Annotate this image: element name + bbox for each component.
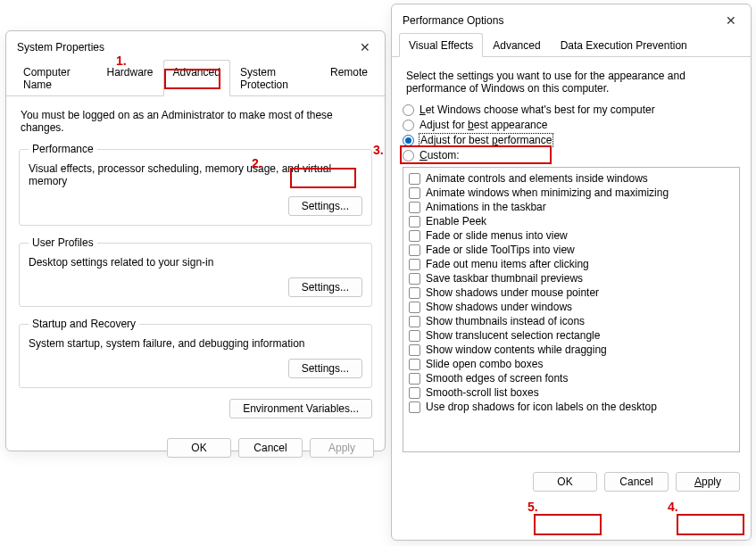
close-icon[interactable]: ✕ [354,38,376,56]
tab-dep[interactable]: Data Execution Prevention [551,33,697,56]
checkbox-icon [409,359,420,370]
cancel-button[interactable]: Cancel [238,438,303,458]
list-item[interactable]: Use drop shadows for icon labels on the … [409,400,734,414]
tab-advanced[interactable]: Advanced [163,60,230,96]
system-properties-window: System Properties ✕ Computer Name Hardwa… [5,30,386,451]
list-item[interactable]: Animations in the taskbar [409,200,734,214]
titlebar: System Properties ✕ [6,31,385,60]
radio-best-appearance[interactable]: Adjust for best appearance [403,119,740,131]
environment-variables-button[interactable]: Environment Variables... [229,399,372,418]
list-item[interactable]: Fade out menu items after clicking [409,257,734,271]
checkbox-icon [409,173,420,185]
item-label: Show shadows under windows [426,301,572,313]
tab-hardware[interactable]: Hardware [96,60,162,95]
item-label: Use drop shadows for icon labels on the … [426,401,657,413]
effects-listbox[interactable]: Animate controls and elements inside win… [403,167,740,452]
list-item[interactable]: Animate controls and elements inside win… [409,171,734,186]
item-label: Show translucent selection rectangle [426,329,600,342]
apply-button[interactable]: Apply [310,438,374,458]
checkbox-icon [409,202,420,213]
list-item[interactable]: Smooth edges of screen fonts [409,371,734,385]
checkbox-icon [409,244,420,256]
radio-custom[interactable]: Custom: [403,149,740,161]
checkbox-icon [409,373,420,385]
item-label: Fade or slide ToolTips into view [426,244,575,256]
checkbox-icon [409,344,420,356]
close-icon[interactable]: ✕ [720,12,742,29]
item-label: Fade out menu items after clicking [426,258,589,270]
performance-legend: Performance [29,143,97,155]
checkbox-icon [409,387,420,399]
item-label: Smooth-scroll list boxes [426,386,539,399]
startup-recovery-settings-button[interactable]: Settings... [288,359,362,378]
checkbox-icon [409,330,420,342]
item-label: Show window contents while dragging [426,343,607,356]
radio-icon [403,120,414,131]
checkbox-icon [409,273,420,285]
startup-recovery-legend: Startup and Recovery [29,318,139,330]
radio-label: Custom: [420,149,460,161]
dialog-buttons: OK Cancel Apply [6,429,385,468]
radio-best-performance[interactable]: Adjust for best performance [403,134,740,146]
item-label: Save taskbar thumbnail previews [426,272,583,285]
item-label: Slide open combo boxes [426,358,543,370]
list-item[interactable]: Show shadows under windows [409,300,734,314]
list-item[interactable]: Show window contents while dragging [409,343,734,357]
radio-label: Adjust for best appearance [420,119,547,131]
titlebar: Performance Options ✕ [392,4,751,33]
list-item[interactable]: Enable Peek [409,214,734,228]
tab-advanced[interactable]: Advanced [483,33,550,56]
tab-strip: Computer Name Hardware Advanced System P… [6,60,385,96]
item-label: Show thumbnails instead of icons [426,315,585,327]
item-label: Smooth edges of screen fonts [426,372,568,385]
list-item[interactable]: Slide open combo boxes [409,357,734,371]
list-item[interactable]: Show thumbnails instead of icons [409,314,734,328]
apply-button[interactable]: Apply [676,472,740,492]
item-label: Enable Peek [426,215,486,228]
tab-system-protection[interactable]: System Protection [230,60,320,95]
ok-button[interactable]: OK [533,472,597,492]
user-profiles-legend: User Profiles [29,236,97,249]
item-label: Animate windows when minimizing and maxi… [426,186,669,199]
dialog-body: Select the settings you want to use for … [392,57,751,463]
user-profiles-desc: Desktop settings related to your sign-in [29,256,362,269]
list-item[interactable]: Show translucent selection rectangle [409,328,734,343]
item-label: Animate controls and elements inside win… [426,172,648,185]
startup-recovery-desc: System startup, system failure, and debu… [29,337,362,350]
tab-visual-effects[interactable]: Visual Effects [399,33,483,57]
tab-remote[interactable]: Remote [320,60,378,95]
list-item[interactable]: Animate windows when minimizing and maxi… [409,186,734,200]
checkbox-icon [409,302,420,313]
cancel-button[interactable]: Cancel [604,472,669,492]
startup-recovery-group: Startup and Recovery System startup, sys… [19,318,372,388]
dialog-body: You must be logged on as an Administrato… [6,96,385,429]
list-item[interactable]: Show shadows under mouse pointer [409,285,734,300]
radio-let-windows-choose[interactable]: Let Windows choose what's best for my co… [403,103,740,116]
user-profiles-settings-button[interactable]: Settings... [288,277,362,297]
performance-settings-button[interactable]: Settings... [288,196,362,216]
window-title: Performance Options [403,14,503,27]
list-item[interactable]: Fade or slide ToolTips into view [409,243,734,257]
item-label: Fade or slide menus into view [426,229,568,242]
dialog-buttons: OK Cancel Apply [392,463,751,502]
radio-icon [403,150,414,161]
radio-icon [403,104,414,116]
item-label: Animations in the taskbar [426,201,546,213]
list-item[interactable]: Fade or slide menus into view [409,228,734,243]
admin-instruction-text: You must be logged on as an Administrato… [21,109,370,134]
list-item[interactable]: Save taskbar thumbnail previews [409,271,734,285]
user-profiles-group: User Profiles Desktop settings related t… [19,236,372,307]
tab-computer-name[interactable]: Computer Name [13,60,96,95]
list-item[interactable]: Smooth-scroll list boxes [409,385,734,400]
performance-desc: Visual effects, processor scheduling, me… [29,162,362,187]
checkbox-icon [409,230,420,242]
item-label: Show shadows under mouse pointer [426,286,599,299]
radio-label: Let Windows choose what's best for my co… [420,103,655,116]
ok-button[interactable]: OK [167,438,231,458]
checkbox-icon [409,216,420,228]
instruction-text: Select the settings you want to use for … [406,70,701,95]
checkbox-icon [409,316,420,327]
radio-icon [403,135,414,146]
checkbox-icon [409,401,420,413]
window-title: System Properties [17,41,104,54]
